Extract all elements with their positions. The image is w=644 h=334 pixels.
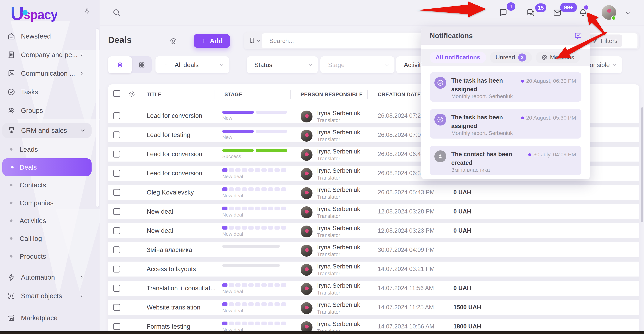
column-header-title[interactable]: TITLE [147, 92, 162, 98]
pin-sidebar-icon[interactable] [83, 8, 91, 16]
mark-all-read-icon[interactable] [574, 32, 582, 40]
row-checkbox[interactable] [113, 285, 120, 292]
row-checkbox[interactable] [113, 266, 120, 273]
notification-item[interactable]: The task has been assigned Monthly repor… [430, 72, 582, 102]
creation-date: 12.08.2024 03:23 PM [378, 223, 434, 238]
person-name[interactable]: Iryna Serbeniuk [317, 205, 360, 212]
notifications-tab-unread[interactable]: Unread3 [490, 51, 532, 63]
column-header-person[interactable]: PERSON RESPONSIBLE [300, 92, 363, 98]
deal-title[interactable]: Зміна власника [147, 242, 192, 257]
search-icon[interactable] [112, 8, 121, 17]
row-checkbox[interactable] [113, 189, 120, 196]
person-name[interactable]: Iryna Serbeniuk [317, 320, 360, 328]
person-name[interactable]: Iryna Serbeniuk [317, 110, 360, 117]
filters-button[interactable]: Filters [587, 34, 622, 47]
notification-item[interactable]: The task has been assigned Monthly repor… [430, 109, 582, 139]
person-name[interactable]: Iryna Serbeniuk [317, 263, 360, 270]
group-chat-icon[interactable] [526, 8, 536, 17]
sidebar-scrollbar[interactable] [96, 29, 99, 207]
chevron-down-icon[interactable] [256, 38, 261, 43]
person-cell: Iryna SerbeniukTranslator [300, 205, 360, 219]
saved-filter-value: All deals [175, 61, 199, 69]
sidebar-item-marketplace[interactable]: Marketplace [0, 309, 100, 327]
sidebar-item-deals[interactable]: Deals [2, 158, 92, 176]
table-row[interactable]: Translation + consultat... New deal Iryn… [108, 281, 639, 296]
row-checkbox[interactable] [113, 304, 120, 311]
person-name[interactable]: Iryna Serbeniuk [317, 186, 360, 193]
deal-title[interactable]: Oleg Kovalevsky [147, 185, 194, 200]
sidebar-item-contacts[interactable]: Contacts [0, 176, 100, 194]
row-checkbox[interactable] [113, 151, 120, 158]
sidebar-item-label: Tasks [21, 88, 88, 96]
table-row[interactable]: Зміна власника Iryna SerbeniukTranslator… [108, 242, 639, 257]
list-view-button[interactable] [108, 56, 132, 73]
sidebar-item-tasks[interactable]: Tasks [0, 83, 100, 101]
deal-title[interactable]: Lead for conversion [147, 108, 202, 123]
select-all-checkbox[interactable] [113, 90, 120, 97]
row-checkbox[interactable] [113, 132, 120, 138]
sidebar-item-activities[interactable]: Activities [0, 212, 100, 230]
sidebar-group-crm-and-sales[interactable]: CRM and sales [2, 123, 92, 138]
person-cell: Iryna SerbeniukTranslator [300, 301, 360, 315]
row-checkbox[interactable] [113, 208, 120, 215]
sidebar-item-communication[interactable]: Communication ... [0, 64, 100, 83]
chevron-down-icon[interactable] [624, 9, 632, 16]
sidebar-item-call-log[interactable]: Call log [0, 230, 100, 247]
deal-title[interactable]: Lead for conversion [147, 166, 202, 181]
table-row[interactable]: Website translation New deal Iryna Serbe… [108, 300, 639, 315]
deal-title[interactable]: Website translation [147, 300, 200, 315]
sidebar-item-newsfeed[interactable]: Newsfeed [0, 27, 100, 45]
bookmark-icon[interactable] [248, 37, 256, 44]
person-name[interactable]: Iryna Serbeniuk [317, 301, 360, 308]
person-name[interactable]: Iryna Serbeniuk [317, 148, 360, 155]
notification-item[interactable]: The contact has been created Зміна власн… [430, 146, 582, 175]
sidebar-item-companies[interactable]: Companies [0, 194, 100, 212]
row-checkbox[interactable] [113, 227, 120, 234]
chat-icon[interactable] [498, 8, 508, 17]
sidebar-item-groups[interactable]: Groups [0, 101, 100, 120]
table-row[interactable]: New deal New deal Iryna SerbeniukTransla… [108, 223, 639, 238]
table-row[interactable]: Oleg Kovalevsky New deal Iryna Serbeniuk… [108, 185, 639, 200]
table-settings-gear-icon[interactable] [128, 90, 136, 98]
sidebar-item-smart-objects[interactable]: Smart objects [0, 287, 100, 305]
brand-logo[interactable]: U spacy [10, 5, 58, 22]
column-header-stage[interactable]: STAGE [224, 92, 242, 98]
stage-label: New deal [222, 173, 286, 179]
add-button[interactable]: Add [194, 34, 230, 48]
row-checkbox[interactable] [113, 112, 120, 119]
person-name[interactable]: Iryna Serbeniuk [317, 167, 360, 174]
column-divider[interactable] [214, 90, 214, 99]
sidebar-item-leads[interactable]: Leads [0, 141, 100, 158]
table-row[interactable]: New deal New deal Iryna SerbeniukTransla… [108, 204, 639, 219]
person-name[interactable]: Iryna Serbeniuk [317, 282, 360, 289]
deal-title[interactable]: New deal [147, 204, 173, 219]
gear-icon[interactable] [169, 37, 178, 46]
stage-filter[interactable]: Stage [320, 56, 394, 73]
column-header-date[interactable]: CREATION DATE [378, 92, 421, 98]
person-avatar [300, 187, 312, 199]
saved-filter-dropdown[interactable]: All deals [156, 56, 229, 73]
row-checkbox[interactable] [113, 170, 120, 177]
grid-view-button[interactable] [132, 56, 152, 73]
sidebar-item-automation[interactable]: Automation [0, 268, 100, 287]
row-checkbox[interactable] [113, 323, 120, 330]
deal-title[interactable]: New deal [147, 223, 173, 238]
chevron-down-icon [612, 62, 617, 67]
deal-title[interactable]: Lead for testing [147, 127, 190, 142]
person-name[interactable]: Iryna Serbeniuk [317, 225, 360, 232]
status-filter[interactable]: Status [247, 56, 318, 73]
main-scrollbar[interactable] [641, 107, 643, 222]
table-row[interactable]: Access to layouts Iryna SerbeniukTransla… [108, 262, 639, 277]
deal-title[interactable]: Translation + consultat... [147, 281, 216, 296]
person-name[interactable]: Iryna Serbeniuk [317, 244, 360, 251]
sidebar-item-company-and-pe[interactable]: Company and pe... [0, 45, 100, 64]
person-name[interactable]: Iryna Serbeniuk [317, 129, 360, 136]
row-checkbox[interactable] [113, 246, 120, 253]
notifications-tab-mentions[interactable]: Mentions [536, 51, 580, 63]
column-divider[interactable] [290, 90, 291, 99]
sidebar-item-products[interactable]: Products [0, 247, 100, 265]
column-divider[interactable] [367, 90, 368, 99]
deal-title[interactable]: Access to layouts [147, 262, 196, 277]
notifications-tab-all-notifications[interactable]: All notifications [430, 51, 486, 63]
deal-title[interactable]: Lead for conversion [147, 147, 202, 162]
